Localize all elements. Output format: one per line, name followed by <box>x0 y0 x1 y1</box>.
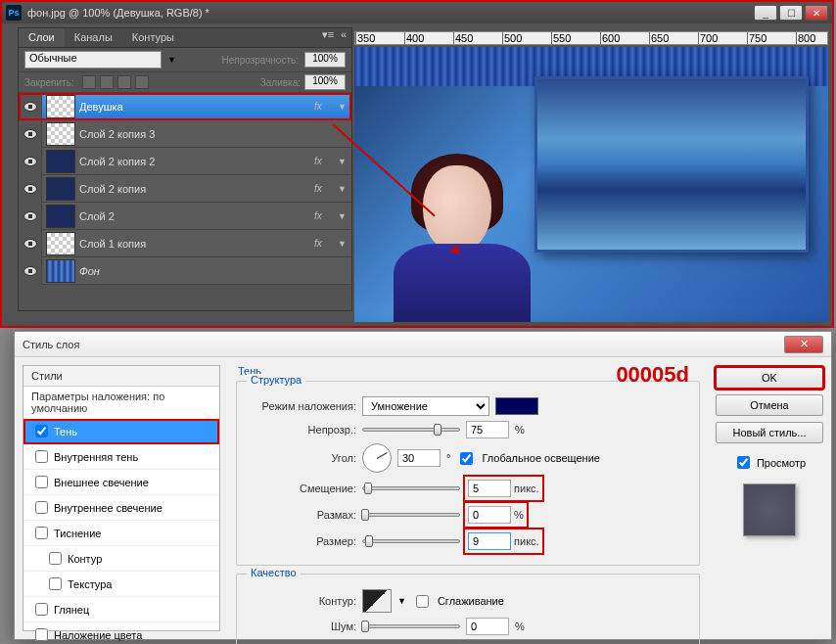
fill-label: Заливка: <box>260 77 301 88</box>
opacity-input[interactable] <box>466 421 509 438</box>
style-checkbox[interactable] <box>35 425 48 437</box>
style-checkbox[interactable] <box>35 450 48 463</box>
layer-row[interactable]: Слой 2 копия 2 fx ▼ <box>19 148 351 175</box>
lock-transparency-icon[interactable] <box>82 75 96 89</box>
canvas[interactable] <box>354 47 828 322</box>
blending-options[interactable]: Параметры наложения: по умолчанию <box>23 387 219 419</box>
opacity-label: Непрозрачность: <box>221 55 299 66</box>
layer-row[interactable]: Слой 2 копия fx ▼ <box>19 175 351 203</box>
angle-label: Угол: <box>249 452 356 464</box>
titlebar: Ps фон.jpg @ 100% (Девушка, RGB/8) * _ ☐… <box>2 2 832 23</box>
opacity-value[interactable]: 100% <box>304 52 346 68</box>
contour-picker[interactable] <box>362 589 392 613</box>
style-inner-glow[interactable]: Внутреннее свечение <box>23 495 219 521</box>
noise-input[interactable] <box>466 618 509 635</box>
tab-paths[interactable]: Контуры <box>122 28 184 47</box>
spread-input[interactable] <box>468 506 511 524</box>
layer-style-dialog: Стиль слоя ✕ Стили Параметры наложения: … <box>14 331 832 640</box>
layer-row-girl[interactable]: Девушка fx ▼ <box>19 93 351 120</box>
fill-value[interactable]: 100% <box>304 74 346 90</box>
panel-collapse-icon[interactable]: « <box>336 28 351 47</box>
lock-position-icon[interactable] <box>117 75 131 89</box>
layer-row[interactable]: Слой 1 копия fx ▼ <box>19 230 351 257</box>
layer-row[interactable]: Слой 2 fx ▼ <box>19 203 351 230</box>
style-checkbox[interactable] <box>35 527 48 539</box>
ok-button[interactable]: OK <box>716 367 823 389</box>
style-checkbox[interactable] <box>35 501 48 514</box>
style-drop-shadow[interactable]: Тень <box>23 419 219 444</box>
panel-menu-icon[interactable]: ▾≡ <box>320 28 336 47</box>
close-button[interactable]: ✕ <box>805 5 828 21</box>
layer-thumb[interactable] <box>46 95 75 118</box>
spread-slider[interactable] <box>362 513 460 517</box>
new-style-button[interactable]: Новый стиль... <box>716 422 823 443</box>
distance-slider[interactable] <box>362 486 460 490</box>
minimize-button[interactable]: _ <box>754 5 777 21</box>
quality-group: Качество Контур: ▼ Сглаживание Шум: % <box>236 574 700 644</box>
dialog-close-button[interactable]: ✕ <box>784 336 823 353</box>
layer-row-background[interactable]: Фон <box>19 257 351 285</box>
fx-indicator[interactable]: fx <box>314 210 338 221</box>
window-controls: _ ☐ ✕ <box>754 5 828 21</box>
style-outer-glow[interactable]: Внешнее свечение <box>23 470 219 495</box>
eye-icon <box>23 211 37 221</box>
tab-layers[interactable]: Слои <box>19 28 65 47</box>
chevron-down-icon[interactable]: ▼ <box>338 239 351 249</box>
girl-figure <box>374 146 550 322</box>
fx-indicator[interactable]: fx <box>314 101 338 112</box>
dialog-buttons: OK Отмена Новый стиль... Просмотр <box>716 365 823 631</box>
tab-channels[interactable]: Каналы <box>65 28 122 47</box>
fx-indicator[interactable]: fx <box>314 238 338 249</box>
eye-icon <box>23 266 37 276</box>
spread-label: Размах: <box>249 509 356 521</box>
size-slider[interactable] <box>362 539 460 543</box>
antialiased-checkbox[interactable] <box>416 595 429 608</box>
angle-input[interactable] <box>397 449 441 467</box>
eye-icon <box>23 157 37 166</box>
preview-swatch <box>743 483 796 536</box>
opacity-slider[interactable] <box>362 428 460 432</box>
spread-highlight: % <box>466 504 526 526</box>
style-checkbox[interactable] <box>35 628 48 641</box>
style-color-overlay[interactable]: Наложение цвета <box>23 622 219 644</box>
size-input[interactable] <box>468 532 511 550</box>
style-checkbox[interactable] <box>35 603 48 616</box>
style-contour[interactable]: Контур <box>23 546 219 572</box>
cancel-button[interactable]: Отмена <box>716 394 823 416</box>
blend-mode-select[interactable]: Обычные <box>24 51 162 69</box>
lock-pixels-icon[interactable] <box>100 75 114 89</box>
fx-indicator[interactable]: fx <box>314 183 338 194</box>
chevron-down-icon[interactable]: ▼ <box>338 211 351 221</box>
styles-list: Стили Параметры наложения: по умолчанию … <box>23 365 220 631</box>
distance-input[interactable] <box>468 480 511 497</box>
distance-highlight: пикс. <box>466 478 541 499</box>
chevron-down-icon[interactable]: ▼ <box>338 184 351 194</box>
panel-tabs: Слои Каналы Контуры ▾≡ « <box>19 28 351 48</box>
style-satin[interactable]: Глянец <box>23 597 219 622</box>
lock-label: Закрепить: <box>24 77 74 88</box>
style-checkbox[interactable] <box>49 552 62 565</box>
layer-row[interactable]: Слой 2 копия 3 <box>19 120 351 148</box>
noise-label: Шум: <box>249 621 356 632</box>
noise-slider[interactable] <box>362 624 460 628</box>
document-title: фон.jpg @ 100% (Девушка, RGB/8) * <box>27 7 754 19</box>
maximize-button[interactable]: ☐ <box>779 5 803 21</box>
fx-indicator[interactable]: fx <box>314 156 338 166</box>
style-bevel[interactable]: Тиснение <box>23 521 219 546</box>
style-checkbox[interactable] <box>35 476 48 488</box>
blend-mode-combo[interactable]: Умножение <box>362 396 489 416</box>
style-texture[interactable]: Текстура <box>23 572 219 597</box>
global-light-checkbox[interactable] <box>460 452 473 465</box>
shadow-color-swatch[interactable] <box>495 397 538 415</box>
lock-all-icon[interactable] <box>135 75 149 89</box>
visibility-toggle[interactable] <box>19 93 42 120</box>
preview-checkbox[interactable] <box>737 456 750 469</box>
chevron-down-icon[interactable]: ▼ <box>338 157 351 166</box>
style-inner-shadow[interactable]: Внутренняя тень <box>23 444 219 470</box>
dialog-titlebar[interactable]: Стиль слоя ✕ <box>15 332 831 357</box>
styles-header[interactable]: Стили <box>23 366 219 387</box>
style-checkbox[interactable] <box>49 577 62 590</box>
chevron-down-icon[interactable]: ▼ <box>338 102 351 112</box>
angle-dial[interactable] <box>362 443 392 473</box>
eye-icon <box>23 129 37 139</box>
